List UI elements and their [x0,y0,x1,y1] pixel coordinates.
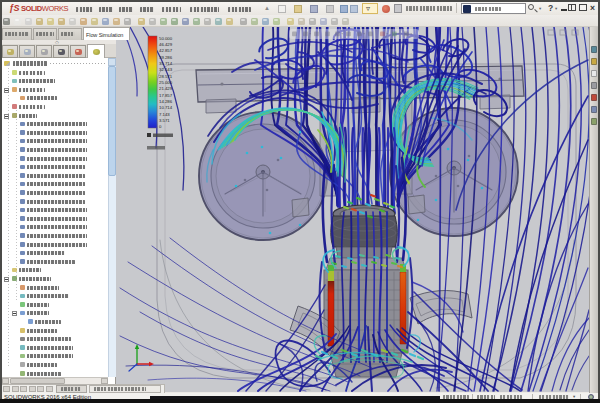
svg-text:25.000: 25.000 [159,80,173,85]
svg-text:28.571: 28.571 [159,74,173,79]
svg-text:39.286: 39.286 [159,55,173,60]
svg-text:10.714: 10.714 [159,105,173,110]
svg-text:21.429: 21.429 [159,86,173,91]
svg-text:35.714: 35.714 [159,61,173,66]
svg-text:14.286: 14.286 [159,99,173,104]
svg-text:42.857: 42.857 [159,48,173,53]
svg-text:7.143: 7.143 [159,112,170,117]
svg-text:17.857: 17.857 [159,93,173,98]
svg-text:46.429: 46.429 [159,42,173,47]
svg-text:50.000: 50.000 [159,36,173,41]
svg-text:32.143: 32.143 [159,67,173,72]
svg-text:3.571: 3.571 [159,118,170,123]
